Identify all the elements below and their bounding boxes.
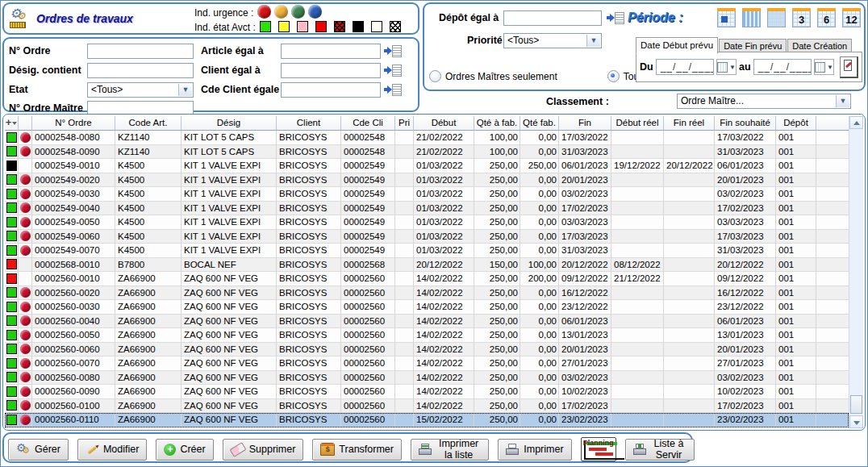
table-row[interactable]: 00002560-0010ZA66900ZAQ 600 NF VEGBRICOS… [5,272,849,286]
cell-desig: ZAQ 600 NF VEG [182,357,277,371]
etat-select[interactable]: <Tous> ▼ [87,82,194,98]
selected-day-cell [721,16,728,23]
urgence-indicator [20,400,31,411]
date-to-calendar-button[interactable]: ▼ [814,59,834,75]
modifier-button[interactable]: Modifier [77,439,147,461]
table-row[interactable]: 00002560-0090ZA66900ZAQ 600 NF VEGBRICOS… [5,385,849,399]
cell-fin: 03/02/2023 [559,187,611,202]
column-header-client[interactable]: Client [277,116,341,131]
imprimer-la-liste-button[interactable]: Imprimer la liste [411,439,489,461]
classement-select[interactable]: Ordre Maître... ▼ [677,94,851,109]
column-header-pri[interactable]: Pri [395,116,414,131]
scroll-up-button[interactable] [849,116,863,129]
cell-client: BRICOSYS [277,385,341,399]
period-3-months-icon[interactable]: 3 [792,9,811,27]
cell-debut-reel [611,145,664,160]
column-header-qte-a-fab[interactable]: Qté à fab. [474,116,520,131]
imprimer-button[interactable]: Imprimer [498,439,571,461]
table-row[interactable]: 00002549-0070K4500KIT 1 VALVE EXPIBRICOS… [5,244,849,258]
tab-date-d-but-pr-vu[interactable]: Date Début prévu [636,37,718,54]
cde-client-input[interactable] [281,82,381,98]
client-lookup-icon[interactable] [384,65,402,76]
cell-ordre: 00002560-0040 [32,315,115,329]
period-12-months-icon[interactable]: 12 [842,9,861,27]
column-header-cde-cli[interactable]: Cde Cli [341,116,395,131]
column-header-desig[interactable]: Désig [182,116,277,131]
column-header-qte-fab[interactable]: Qté fab. [520,116,559,131]
depot-input[interactable] [503,10,602,26]
column-header-fin-souhaite[interactable]: Fin souhaité [715,116,776,131]
cell-fin-souhaite: 03/03/2023 [715,215,776,230]
button-label: Gérer [35,444,61,455]
column-header-depot[interactable]: Dépôt [776,116,816,131]
cr-er-button[interactable]: Créer [156,439,213,461]
column-header-code-art[interactable]: Code Art. [115,116,182,131]
column-header-fin-reel[interactable]: Fin réel [664,116,715,131]
table-row[interactable]: 00002560-0100ZA66900ZAQ 600 NF VEGBRICOS… [5,399,849,414]
urgence-indicator [20,217,31,227]
table-row[interactable]: 00002549-0010K4500KIT 1 VALVE EXPIBRICOS… [5,159,849,173]
table-row[interactable]: 00002560-0040ZA66900ZAQ 600 NF VEGBRICOS… [5,315,849,329]
urgency-legend-label: Ind. urgence : [194,7,253,19]
table-row[interactable]: 00002548-0080KZ1140KIT LOT 5 CAPSBRICOSY… [5,131,849,145]
table-row[interactable]: 00002560-0060ZA66900ZAQ 600 NF VEGBRICOS… [5,343,849,357]
column-header-debut-reel[interactable]: Début réel [611,116,664,131]
clear-dates-button[interactable] [840,56,858,78]
no-ordre-input[interactable] [87,44,194,59]
column-chooser-button[interactable]: + [5,116,19,131]
table-row[interactable]: 00002560-0070ZA66900ZAQ 600 NF VEGBRICOS… [5,357,849,371]
depot-lookup-icon[interactable] [607,12,624,23]
date-to-input[interactable]: __/__/____ [753,59,812,75]
cell-depot: 001 [776,202,816,216]
article-input[interactable] [281,44,381,59]
month-calendar-icon[interactable] [767,9,786,27]
g-rer-button[interactable]: Gérer [8,439,69,461]
supprimer-button[interactable]: Supprimer [223,439,304,461]
priorite-select[interactable]: <Tous> ▼ [503,33,602,48]
column-header-debut[interactable]: Début [414,116,474,131]
period-6-months-icon[interactable]: 6 [817,9,836,27]
date-from-input[interactable]: __/__/____ [656,59,714,75]
table-row[interactable]: 00002548-0090KZ1140KIT LOT 5 CAPSBRICOSY… [5,145,849,160]
cell-fin-souhaite: 06/01/2023 [715,159,776,173]
table-row[interactable]: 00002568-0010B7800BOCAL NEFBRICOSYS00002… [5,258,849,273]
liste-servir-button[interactable]: Liste à Servir [625,439,695,461]
desig-contient-input[interactable] [87,63,194,78]
column-header-ordre[interactable]: N° Ordre [32,116,115,131]
table-row[interactable]: 00002560-0050ZA66900ZAQ 600 NF VEGBRICOS… [5,328,849,343]
avct-indicator-cell [5,131,19,145]
table-row[interactable]: 00002560-0110ZA66900ZAQ 600 NF VEGBRICOS… [5,413,849,427]
scrollbar-thumb[interactable] [850,395,862,414]
urgence-indicator [20,189,31,199]
cell-ordre: 00002548-0080 [32,131,115,145]
scroll-down-button[interactable] [849,415,863,428]
table-row[interactable]: 00002560-0030ZA66900ZAQ 600 NF VEGBRICOS… [5,300,849,315]
table-row[interactable]: 00002549-0020K4500KIT 1 VALVE EXPIBRICOS… [5,173,849,188]
urgence-indicator-cell [19,385,32,399]
filters-panel: N° Ordre Désig. contient Etat <Tous> ▼ N… [2,37,419,112]
column-header-fin[interactable]: Fin [559,116,611,131]
vertical-scrollbar[interactable] [849,116,863,428]
cell-cde-cli: 00002560 [341,343,395,357]
urgence-indicator [20,287,31,298]
cell-pri [395,159,414,173]
table-row[interactable]: 00002560-0080ZA66900ZAQ 600 NF VEGBRICOS… [5,371,849,386]
cell-filler [816,187,849,202]
day-calendar-icon[interactable] [717,9,736,27]
avct-indicator [6,273,17,284]
table-row[interactable]: 00002549-0040K4500KIT 1 VALVE EXPIBRICOS… [5,202,849,216]
transformer-button[interactable]: Transformer [312,439,402,461]
table-row[interactable]: 00002549-0050K4500KIT 1 VALVE EXPIBRICOS… [5,215,849,230]
table-row[interactable]: 00002549-0030K4500KIT 1 VALVE EXPIBRICOS… [5,187,849,202]
table-row[interactable]: 00002560-0020ZA66900ZAQ 600 NF VEGBRICOS… [5,286,849,301]
cell-qte-fab: 0,00 [520,315,559,329]
client-input[interactable] [281,63,381,78]
cell-fin-souhaite: 16/12/2022 [715,286,776,301]
scope-option-ordres-ma-tres-seulement[interactable]: Ordres Maîtres seulement [429,70,557,82]
cde-client-lookup-icon[interactable] [384,84,402,95]
date-from-calendar-button[interactable]: ▼ [716,59,737,75]
table-row[interactable]: 00002549-0060K4500KIT 1 VALVE EXPIBRICOS… [5,230,849,244]
article-lookup-icon[interactable] [384,45,402,56]
week-calendar-icon[interactable] [742,9,761,27]
planning-button[interactable]: Planning [581,437,616,461]
